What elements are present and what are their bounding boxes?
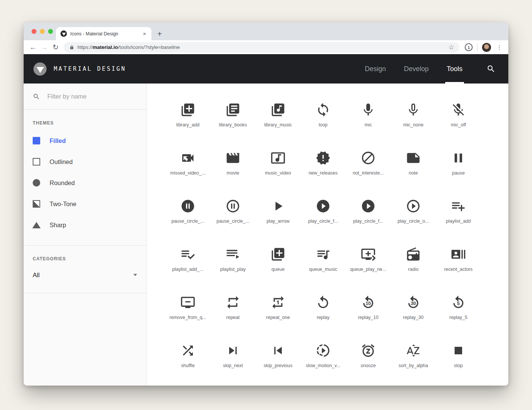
skip_next-icon bbox=[225, 343, 240, 358]
skip_previous-icon bbox=[271, 343, 286, 358]
themes-section: THEMES Filled Outlined Rounded Two-Tone bbox=[24, 110, 146, 246]
browser-menu-icon[interactable]: ⋮ bbox=[494, 44, 505, 51]
icon-cell-library_add[interactable]: library_add bbox=[165, 96, 210, 144]
nav-item-develop[interactable]: Develop bbox=[395, 54, 438, 84]
close-tab-icon[interactable]: × bbox=[142, 30, 147, 37]
icon-cell-slow_motion_video[interactable]: slow_motion_v... bbox=[301, 337, 346, 385]
icon-cell-play_circle_outline[interactable]: play_circle_o... bbox=[391, 193, 436, 241]
url-domain: material.io bbox=[93, 44, 118, 50]
theme-option-sharp[interactable]: Sharp bbox=[33, 214, 137, 235]
icon-cell-not_interested[interactable]: not_intereste... bbox=[346, 144, 391, 193]
icon-label: not_intereste... bbox=[353, 170, 384, 176]
icon-cell-library_books[interactable]: library_books bbox=[210, 96, 255, 144]
nav-item-tools[interactable]: Tools bbox=[438, 54, 472, 84]
material-design-logo-icon[interactable] bbox=[33, 62, 47, 76]
back-button[interactable]: ← bbox=[27, 42, 39, 53]
icon-cell-pause_circle_outline[interactable]: pause_circle_... bbox=[210, 193, 255, 241]
icon-cell-shuffle[interactable]: shuffle bbox=[165, 337, 210, 385]
nav-item-design[interactable]: Design bbox=[356, 54, 395, 84]
icon-cell-mic[interactable]: mic bbox=[346, 96, 391, 144]
icon-cell-recent_actors[interactable]: recent_actors bbox=[436, 241, 481, 289]
icon-cell-replay_5[interactable]: 5replay_5 bbox=[436, 289, 481, 337]
filter-by-name-input[interactable] bbox=[47, 93, 137, 100]
extension-icon[interactable]: 1 bbox=[465, 43, 473, 51]
icon-label: movie bbox=[227, 170, 239, 176]
icon-cell-radio[interactable]: radio bbox=[391, 241, 436, 289]
loop-icon bbox=[316, 102, 331, 117]
icon-label: loop bbox=[319, 122, 328, 128]
icon-cell-library_music[interactable]: library_music bbox=[255, 96, 301, 144]
icon-cell-skip_next[interactable]: skip_next bbox=[210, 337, 255, 385]
radio-icon bbox=[406, 247, 421, 262]
icon-cell-remove_from_queue[interactable]: remove_from_q... bbox=[165, 289, 210, 337]
address-bar[interactable]: https://material.io/tools/icons/?style=b… bbox=[63, 42, 459, 53]
icon-cell-pause_circle_filled[interactable]: pause_circle_... bbox=[165, 193, 210, 241]
icon-cell-play_circle_filled_white[interactable]: play_circle_f... bbox=[346, 193, 391, 241]
stop-icon bbox=[451, 343, 466, 358]
icon-grid: library_addlibrary_bookslibrary_musicloo… bbox=[165, 96, 508, 385]
icon-cell-new_releases[interactable]: new_releases bbox=[301, 144, 346, 193]
pause_circle_outline-icon bbox=[225, 199, 240, 214]
icon-cell-replay[interactable]: replay bbox=[301, 289, 346, 337]
minimize-window-button[interactable] bbox=[40, 29, 45, 34]
icon-label: mic bbox=[364, 122, 372, 128]
icon-label: slow_motion_v... bbox=[306, 363, 340, 368]
url-scheme: https:// bbox=[77, 44, 93, 50]
remove_from_queue-icon bbox=[180, 295, 195, 310]
browser-tab[interactable]: Icons - Material Design × bbox=[56, 27, 151, 40]
queue_play_next-icon bbox=[361, 247, 376, 262]
icon-cell-replay_30[interactable]: 30replay_30 bbox=[391, 289, 436, 337]
icon-cell-repeat[interactable]: repeat bbox=[210, 289, 255, 337]
new-tab-button[interactable]: + bbox=[157, 30, 162, 38]
bookmark-star-icon[interactable]: ☆ bbox=[446, 43, 456, 51]
profile-avatar[interactable] bbox=[482, 43, 491, 52]
icon-cell-play_circle_filled[interactable]: play_circle_f... bbox=[301, 193, 346, 241]
material-design-favicon-icon bbox=[60, 30, 67, 37]
icon-cell-mic_none[interactable]: mic_none bbox=[391, 96, 436, 144]
icon-cell-skip_previous[interactable]: skip_previous bbox=[255, 337, 301, 385]
theme-label: Two-Tone bbox=[50, 200, 77, 208]
icon-cell-queue_music[interactable]: queue_music bbox=[301, 241, 346, 289]
icon-label: library_music bbox=[264, 122, 292, 128]
forward-button[interactable]: → bbox=[39, 42, 50, 53]
theme-option-rounded[interactable]: Rounded bbox=[33, 172, 137, 193]
category-dropdown[interactable]: All bbox=[33, 267, 137, 283]
theme-option-filled[interactable]: Filled bbox=[33, 130, 137, 151]
icon-cell-note[interactable]: note bbox=[391, 144, 436, 193]
icon-cell-music_video[interactable]: music_video bbox=[255, 144, 301, 193]
header-search-button[interactable] bbox=[472, 64, 499, 73]
icon-cell-playlist_play[interactable]: playlist_play bbox=[210, 241, 255, 289]
reload-button[interactable]: ↻ bbox=[50, 42, 61, 53]
icon-label: missed_video_... bbox=[170, 170, 206, 176]
icon-cell-pause[interactable]: pause bbox=[436, 144, 481, 193]
missed_video_call-icon bbox=[180, 150, 195, 166]
theme-label: Sharp bbox=[50, 222, 66, 229]
filter-sidebar: THEMES Filled Outlined Rounded Two-Tone bbox=[24, 84, 147, 386]
icon-label: library_books bbox=[219, 122, 247, 128]
icon-label: library_add bbox=[176, 122, 200, 128]
theme-option-two-tone[interactable]: Two-Tone bbox=[33, 193, 137, 214]
icon-cell-queue[interactable]: queue bbox=[255, 241, 301, 289]
icon-cell-replay_10[interactable]: 10replay_10 bbox=[346, 289, 391, 337]
icon-cell-playlist_add[interactable]: playlist_add bbox=[436, 193, 481, 241]
site-title: MATERIAL DESIGN bbox=[54, 65, 126, 72]
svg-text:10: 10 bbox=[366, 301, 371, 306]
zoom-window-button[interactable] bbox=[48, 29, 53, 34]
icon-cell-stop[interactable]: stop bbox=[436, 337, 481, 385]
icon-cell-playlist_add_check[interactable]: playlist_add_... bbox=[165, 241, 210, 289]
icon-cell-repeat_one[interactable]: repeat_one bbox=[255, 289, 301, 337]
close-window-button[interactable] bbox=[32, 29, 36, 34]
icon-cell-movie[interactable]: movie bbox=[210, 144, 255, 193]
icon-label: replay_30 bbox=[403, 315, 424, 320]
icon-cell-sort_by_alpha[interactable]: sort_by_alpha bbox=[391, 337, 436, 385]
icon-cell-play_arrow[interactable]: play_arrow bbox=[255, 193, 301, 241]
icon-cell-mic_off[interactable]: mic_off bbox=[436, 96, 481, 144]
icon-cell-loop[interactable]: loop bbox=[301, 96, 346, 144]
theme-option-outlined[interactable]: Outlined bbox=[33, 151, 137, 172]
mic-icon bbox=[361, 102, 376, 117]
icon-cell-missed_video_call[interactable]: missed_video_... bbox=[165, 144, 210, 193]
icon-label: music_video bbox=[265, 170, 291, 176]
icon-cell-snooze[interactable]: snooze bbox=[346, 337, 391, 385]
icon-cell-queue_play_next[interactable]: queue_play_ne... bbox=[346, 241, 391, 289]
icon-label: replay_5 bbox=[449, 315, 467, 320]
